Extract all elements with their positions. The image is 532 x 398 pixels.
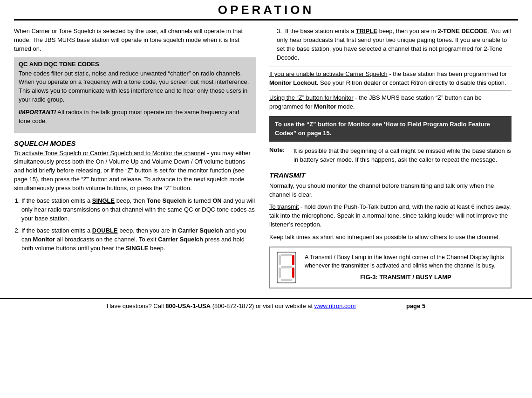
z-button-underline: Using the “Z” button for Monitor: [269, 94, 354, 101]
squelch-item-2: If the base station emits a DOUBLE beep,…: [21, 226, 256, 253]
footer-page-label: page 5: [406, 302, 425, 309]
squelch-heading: SQUELCH MODES: [14, 139, 256, 147]
carrier-unable-underline: If you are unable to activate Carrier Sq…: [269, 70, 388, 77]
z-button-monitor: Monitor: [314, 103, 336, 110]
item1-middle: beep, then: [115, 197, 147, 204]
footer-website-link[interactable]: www.ritron.com: [314, 302, 356, 309]
svg-rect-4: [281, 266, 292, 268]
right-column: 3. If the base station emits a TRIPLE be…: [269, 27, 512, 288]
qc-tone-box: QC AND DQC TONE CODES Tone codes filter …: [14, 57, 256, 133]
important-label: IMPORTANT!: [19, 109, 56, 116]
squelch-intro: To activate Tone Squelch or Carrier Sque…: [14, 149, 256, 193]
item2-single2: SINGLE: [126, 245, 148, 252]
dark-highlight-box: To use the “Z” button for Monitor see ‘H…: [269, 116, 512, 142]
carrier-unable-after: - the base station has been programmed f…: [388, 70, 507, 77]
item2-end: beep.: [148, 245, 165, 252]
item2-double: DOUBLE: [92, 227, 118, 234]
svg-rect-6: [292, 268, 294, 278]
squelch-intro-underline: To activate Tone Squelch or Carrier Sque…: [14, 150, 205, 157]
note-label: Note:: [269, 146, 293, 165]
dark-box-text: To use the “Z” button for Monitor see ‘H…: [275, 121, 490, 137]
footer-phone: 800-USA-1-USA: [165, 302, 211, 309]
seven-segment-icon: [274, 251, 299, 284]
carrier-unable-end: . See your Ritron dealer or contact Ritr…: [317, 79, 506, 86]
item3-two-tone: 2-TONE DECODE: [437, 27, 487, 34]
footer-text-after: (800-872-1872) or visit our website at: [211, 302, 314, 309]
to-transmit-underline: To transmit: [269, 203, 299, 210]
fig-text: A Transmit / Busy Lamp in the lower righ…: [305, 253, 507, 281]
item3-before: If the base station emits a: [285, 27, 356, 34]
content-area: When Carrier or Tone Squelch is selected…: [0, 21, 532, 288]
page-title: OPERATION: [14, 3, 518, 17]
page-container: OPERATION When Carrier or Tone Squelch i…: [0, 0, 532, 398]
carrier-unable-monitor-lockout: Monitor Lockout: [269, 79, 317, 86]
svg-rect-5: [279, 268, 281, 278]
fig-caption: FIG-3: TRANSMIT / BUSY LAMP: [305, 273, 507, 282]
transmit-intro: Normally, you should monitor the channel…: [269, 182, 512, 199]
z-button-end: mode.: [336, 103, 355, 110]
intro-paragraph: When Carrier or Tone Squelch is selected…: [14, 27, 256, 54]
item2-carrier: Carrier Squelch: [178, 227, 223, 234]
lamp-svg: [276, 251, 297, 284]
item3-triple: TRIPLE: [356, 27, 377, 34]
to-transmit-rest: - hold down the Push-To-Talk button and,…: [269, 203, 511, 228]
item1-before: If the base station emits a: [21, 197, 92, 204]
title-bar: OPERATION: [14, 0, 518, 21]
fig-description: A Transmit / Busy Lamp in the lower righ…: [305, 254, 504, 269]
svg-rect-2: [279, 255, 281, 265]
squelch-list: If the base station emits a SINGLE beep,…: [21, 197, 256, 253]
item2-carrier2: Carrier Squelch: [158, 236, 203, 243]
left-column: When Carrier or Tone Squelch is selected…: [14, 27, 256, 288]
item3-middle: beep, then you are in: [377, 27, 437, 34]
note-text: It is possible that the beginning of a c…: [293, 146, 512, 165]
page-footer: Have questions? Call 800-USA-1-USA (800-…: [0, 298, 532, 313]
item2-middle: beep, then you are in: [118, 227, 178, 234]
transmit-to-transmit: To transmit - hold down the Push-To-Talk…: [269, 203, 512, 229]
item3-num: 3.: [277, 27, 285, 34]
item3-paragraph: 3. If the base station emits a TRIPLE be…: [277, 27, 512, 62]
svg-rect-1: [281, 254, 292, 256]
footer-page-spacer: [356, 302, 406, 309]
svg-rect-3: [292, 255, 294, 265]
item1-single: SINGLE: [92, 197, 115, 204]
squelch-item-1: If the base station emits a SINGLE beep,…: [21, 197, 256, 223]
transmit-heading: TRANSMIT: [269, 171, 512, 179]
footer-text-before: Have questions? Call: [107, 302, 165, 309]
note-block: Note: It is possible that the beginning …: [269, 146, 512, 165]
transmit-keep-talk: Keep talk times as short and infrequent …: [269, 233, 512, 242]
item1-tone-squelch: Tone Squelch: [147, 197, 186, 204]
item1-after: is turned: [186, 197, 212, 204]
item2-monitor: Monitor: [33, 236, 55, 243]
item2-before: If the base station emits a: [21, 227, 92, 234]
qc-box-title: QC AND DQC TONE CODES: [19, 61, 252, 68]
qc-important-line: IMPORTANT! All radios in the talk group …: [19, 108, 252, 126]
item1-on: ON: [212, 197, 222, 204]
svg-rect-7: [281, 279, 292, 281]
z-button-paragraph: Using the “Z” button for Monitor - the J…: [269, 90, 512, 111]
qc-box-body: Tone codes filter out static, noise and …: [19, 69, 252, 104]
figure-box: A Transmit / Busy Lamp in the lower righ…: [269, 247, 512, 288]
item2-after2: all broadcasts on the channel. To exit: [55, 236, 158, 243]
carrier-unable-paragraph: If you are unable to activate Carrier Sq…: [269, 67, 512, 88]
